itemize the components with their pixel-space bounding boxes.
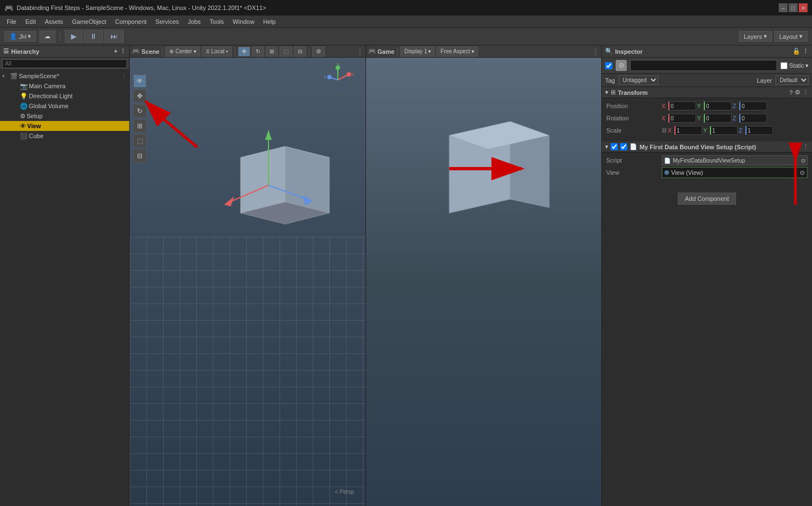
account-button[interactable]: 👤 JH ▾ xyxy=(4,31,36,42)
pos-x-input[interactable] xyxy=(668,102,696,110)
inspector-menu-icon[interactable]: ⋮ xyxy=(803,48,809,55)
menu-edit[interactable]: Edit xyxy=(21,17,40,26)
hierarchy-item-samplescene[interactable]: ▾ 🎬 SampleScene* ⋮ xyxy=(0,71,129,81)
minimize-button[interactable]: – xyxy=(779,3,788,12)
layer-dropdown[interactable]: Default xyxy=(775,75,809,85)
scene-grid xyxy=(130,237,366,506)
transform-help-icon[interactable]: ? xyxy=(789,89,793,96)
hierarchy-item-setup[interactable]: ⚙ Setup xyxy=(0,111,129,121)
script-value-field[interactable]: 📄 MyFirstDataBoundViewSetup ⊙ xyxy=(662,155,808,165)
gizmo-transform-btn[interactable]: ⊟ xyxy=(133,149,146,163)
scale-tool[interactable]: ⊞ xyxy=(266,47,278,57)
rotate-tool[interactable]: ↻ xyxy=(252,47,264,57)
hierarchy-item-cube[interactable]: ⬛ Cube xyxy=(0,131,129,141)
script-menu-icon[interactable]: ⋮ xyxy=(803,143,809,150)
gizmo-rect-btn[interactable]: ⬚ xyxy=(133,134,146,148)
hierarchy-item-directionallight[interactable]: 💡 Directional Light xyxy=(0,91,129,101)
script-active-checkbox[interactable] xyxy=(611,143,618,150)
scene-menu-icon[interactable]: ⋮ xyxy=(121,73,127,79)
center-dropdown[interactable]: ⊕ Center ▾ xyxy=(165,47,200,57)
move-tool[interactable]: ✥ xyxy=(238,47,250,57)
play-button[interactable]: ▶ xyxy=(65,30,83,43)
object-active-checkbox[interactable] xyxy=(605,62,612,69)
rect-tool[interactable]: ⬚ xyxy=(280,47,292,57)
inspector-icon: 🔍 xyxy=(605,48,613,55)
add-component-button[interactable]: Add Component xyxy=(678,193,737,205)
scene-options-icon[interactable]: ⋮ xyxy=(357,48,363,55)
pause-button[interactable]: ⏸ xyxy=(84,30,103,43)
layout-dropdown[interactable]: Layout ▾ xyxy=(774,31,808,42)
tag-dropdown[interactable]: Untagged xyxy=(618,75,658,85)
script-enabled-checkbox[interactable] xyxy=(620,143,627,150)
inspector-title: Inspector xyxy=(615,48,643,55)
rot-x-input[interactable] xyxy=(668,114,696,123)
gizmo-rotate-btn[interactable]: ↻ xyxy=(133,104,146,118)
rot-y-input[interactable] xyxy=(704,114,732,123)
scale-z-input[interactable] xyxy=(745,126,773,135)
menu-gameobject[interactable]: GameObject xyxy=(68,17,111,26)
transform-settings-icon[interactable]: ⚙ xyxy=(795,89,800,96)
view-target-icon[interactable]: ⊙ xyxy=(800,169,805,176)
menu-component[interactable]: Component xyxy=(110,17,151,26)
menu-assets[interactable]: Assets xyxy=(40,17,68,26)
game-panel: 🎮 Game Display 1 ▾ Free Aspect ▾ ⋮ xyxy=(366,45,602,506)
inspector-lock-icon[interactable]: 🔓 xyxy=(793,48,800,55)
script-component-header[interactable]: ▾ 📄 My First Data Bound View Setup (Scri… xyxy=(602,141,812,153)
game-display-dropdown[interactable]: Display 1 ▾ xyxy=(400,47,435,57)
menu-file[interactable]: File xyxy=(2,17,21,26)
script-settings-icon[interactable]: ⚙ xyxy=(795,143,800,150)
transform-body: Position X Y Z xyxy=(602,98,812,139)
scale-x-input[interactable] xyxy=(674,126,702,135)
hierarchy-add-icon[interactable]: + xyxy=(114,48,118,55)
script-component-body: Script 📄 MyFirstDataBoundViewSetup ⊙ Vie… xyxy=(602,153,812,181)
local-dropdown[interactable]: ⧖ Local ▾ xyxy=(202,47,232,57)
close-button[interactable]: ✕ xyxy=(799,3,808,12)
pos-y-input[interactable] xyxy=(704,102,732,110)
game-viewport[interactable] xyxy=(366,58,602,506)
orientation-gizmo: X Y Z xyxy=(321,63,354,97)
scale-z-item: Z xyxy=(739,126,773,135)
gizmo-move-btn[interactable]: ✥ xyxy=(133,89,146,103)
title-bar: 🎮 Databinding First Steps - SampleScene … xyxy=(0,0,812,16)
game-panel-icon: 🎮 xyxy=(368,48,376,55)
object-name-input[interactable]: Setup xyxy=(630,60,777,71)
hierarchy-item-globalvolume[interactable]: 🌐 Global Volume xyxy=(0,101,129,111)
title-text: Databinding First Steps - SampleScene - … xyxy=(17,4,266,11)
game-options-icon[interactable]: ⋮ xyxy=(592,48,599,55)
maximize-button[interactable]: □ xyxy=(789,3,798,12)
gizmos-btn[interactable]: ⚙ xyxy=(312,47,325,57)
pos-z-input[interactable] xyxy=(739,102,767,110)
rot-z-input[interactable] xyxy=(739,114,767,123)
svg-point-16 xyxy=(347,72,351,77)
transform-menu-icon[interactable]: ⋮ xyxy=(803,89,809,96)
hierarchy-item-maincamera[interactable]: 📷 Main Camera xyxy=(0,81,129,91)
hierarchy-item-view[interactable]: 👁 View xyxy=(0,121,129,131)
gizmo-scale-btn[interactable]: ⊞ xyxy=(133,119,146,133)
pos-x-label: X xyxy=(662,103,667,109)
cloud-button[interactable]: ☁ xyxy=(39,31,55,43)
script-help-icon[interactable]: ? xyxy=(789,144,793,150)
menu-help[interactable]: Help xyxy=(259,17,281,26)
menu-window[interactable]: Window xyxy=(228,17,258,26)
transform-tool[interactable]: ⊟ xyxy=(294,47,306,57)
inspector-header: 🔍 Inspector 🔓 ⋮ xyxy=(602,45,812,58)
menu-tools[interactable]: Tools xyxy=(205,17,229,26)
layers-dropdown[interactable]: Layers ▾ xyxy=(739,31,772,42)
scene-viewport[interactable]: 👁 ✥ ↻ ⊞ ⬚ ⊟ xyxy=(130,58,366,506)
static-toggle: Static ▾ xyxy=(780,62,809,69)
scale-y-input[interactable] xyxy=(710,126,738,135)
static-checkbox[interactable] xyxy=(780,62,788,69)
view-field-value[interactable]: View (View) ⊙ xyxy=(662,167,808,178)
scale-y-item: Y xyxy=(703,126,738,135)
gizmo-view-btn[interactable]: 👁 xyxy=(133,74,146,88)
hierarchy-search-input[interactable] xyxy=(2,59,127,68)
game-panel-label: Game xyxy=(378,48,395,55)
menu-services[interactable]: Services xyxy=(151,17,183,26)
transform-header[interactable]: ▾ ⊞ Transform ? ⚙ ⋮ xyxy=(602,87,812,98)
scene-panel: 🎮 Scene ⊕ Center ▾ ⧖ Local ▾ ✥ ↻ ⊞ ⬚ ⊟ ⚙… xyxy=(130,45,366,506)
step-button[interactable]: ⏭ xyxy=(104,30,124,43)
hierarchy-menu-icon[interactable]: ⋮ xyxy=(120,48,126,55)
object-icon: ⚙ xyxy=(616,60,627,71)
game-aspect-dropdown[interactable]: Free Aspect ▾ xyxy=(437,47,478,57)
menu-jobs[interactable]: Jobs xyxy=(184,17,205,26)
